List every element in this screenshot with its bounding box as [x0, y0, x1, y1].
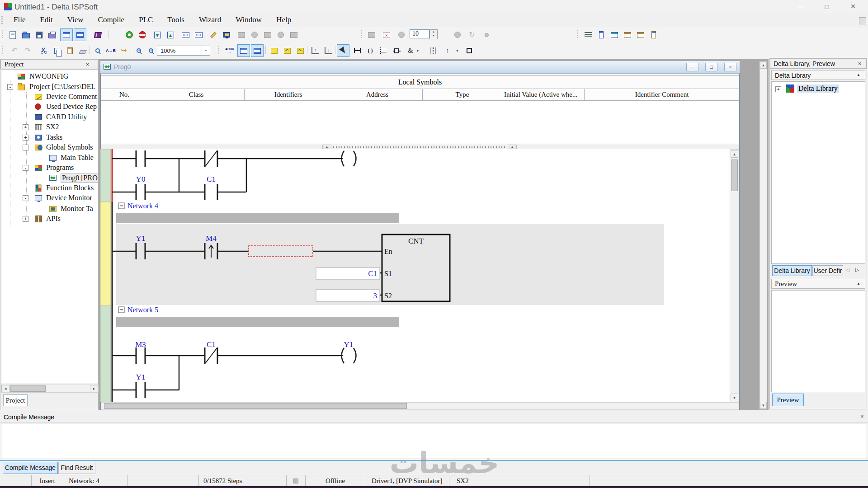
delta-library-root[interactable]: Delta Library: [797, 84, 839, 93]
ladder-scroll-up-icon[interactable]: ▲: [731, 150, 738, 158]
project-scrollbar[interactable]: ◄ ►: [1, 385, 99, 393]
scroll-up-icon[interactable]: ▲: [760, 61, 767, 69]
simulator-button[interactable]: [123, 28, 136, 41]
selection-tool-button[interactable]: [337, 44, 349, 57]
network5-comment-bar[interactable]: [116, 317, 399, 327]
tree-item-apis[interactable]: + APIs: [1, 214, 99, 224]
delta-library-section-header[interactable]: Delta Library ▲: [771, 70, 865, 80]
tree-item-monitor-table[interactable]: Monitor Ta: [1, 204, 99, 214]
network3-margin[interactable]: [100, 149, 111, 202]
scroll-right-icon[interactable]: ►: [90, 385, 98, 392]
upload-from-plc-button[interactable]: ▲: [164, 28, 177, 41]
pause-scan-button[interactable]: [395, 28, 408, 41]
cut-button[interactable]: [37, 44, 50, 57]
tree-item-sx2[interactable]: + SX2: [1, 122, 99, 132]
library-close-icon[interactable]: ×: [858, 60, 862, 67]
show-comments-toggle[interactable]: [251, 44, 264, 57]
menu-edit[interactable]: Edit: [33, 14, 59, 26]
output-tool-button[interactable]: ↑: [441, 44, 454, 57]
tree-item-function-blocks[interactable]: Function Blocks: [1, 183, 99, 193]
breakpoint-button[interactable]: [365, 28, 378, 41]
plc-info-button[interactable]: [288, 28, 300, 41]
output-dropdown[interactable]: ▾: [454, 44, 461, 57]
tab-compile-message[interactable]: Compile Message: [3, 462, 58, 474]
collapse-expander-icon[interactable]: -: [23, 145, 28, 150]
symbol-doc-button[interactable]: [595, 28, 608, 41]
tab-user-defined[interactable]: User Defir: [812, 265, 843, 276]
interline-tool-button[interactable]: [427, 44, 439, 57]
tree-item-prog0[interactable]: Prog0 [PRO: [1, 173, 99, 183]
stepper-down-icon[interactable]: ▾: [430, 34, 437, 38]
tree-item-device-comment[interactable]: Device Comment: [1, 92, 99, 102]
logic-and-dropdown[interactable]: &▾: [403, 44, 423, 57]
open-project-button[interactable]: [19, 28, 32, 41]
column-type[interactable]: Type: [423, 89, 502, 100]
tree-item-used-device[interactable]: Used Device Rep: [1, 102, 99, 112]
prog0-minimize-button[interactable]: ─: [686, 63, 698, 71]
tree-item-card-utility[interactable]: CARD Utility: [1, 113, 99, 122]
undo-button[interactable]: ↶: [8, 44, 21, 57]
delete-button[interactable]: [76, 44, 89, 57]
clear-breakpoint-button[interactable]: ×: [380, 28, 393, 41]
instruction-tool-button[interactable]: [390, 44, 403, 57]
tree-item-nwconfig[interactable]: NWCONFIG: [1, 72, 99, 82]
compile-message-area[interactable]: [1, 423, 867, 459]
s2-operand-box[interactable]: 3: [316, 290, 380, 301]
monitor-table-button[interactable]: [608, 28, 621, 41]
collapse-expander-icon[interactable]: -: [7, 84, 13, 90]
tab-scroll-left-icon[interactable]: ◁: [845, 267, 849, 273]
column-no[interactable]: No.: [101, 89, 148, 100]
redo-button[interactable]: ↷: [21, 44, 34, 57]
tab-scroll-right-icon[interactable]: ▷: [855, 267, 859, 273]
minimize-button[interactable]: ─: [790, 0, 811, 13]
insert-network-above-button[interactable]: ↑: [309, 44, 321, 57]
watch-list-button[interactable]: [582, 28, 594, 41]
find-button[interactable]: [91, 44, 104, 57]
menu-wizard[interactable]: Wizard: [193, 14, 227, 26]
project-window-toggle[interactable]: [60, 28, 73, 41]
download-to-plc-button[interactable]: ▼: [151, 28, 164, 41]
maximize-button[interactable]: □: [816, 0, 837, 13]
ladder-horizontal-scrollbar[interactable]: [101, 402, 739, 410]
contact-tool-button[interactable]: [351, 44, 363, 57]
copy-button[interactable]: [50, 44, 63, 57]
stop-simulator-button[interactable]: [136, 28, 149, 41]
column-identifiers[interactable]: Identifiers: [245, 89, 332, 100]
tree-item-device-monitor[interactable]: - Device Monitor: [1, 193, 99, 203]
collapse-expander-icon[interactable]: -: [23, 195, 28, 201]
save-button[interactable]: [33, 28, 45, 41]
scroll-down-icon[interactable]: ▼: [760, 402, 767, 409]
coil-tool-button[interactable]: ( ): [364, 44, 377, 57]
network-tool-button[interactable]: [377, 44, 390, 57]
report-button[interactable]: [647, 28, 660, 41]
show-address-toggle[interactable]: ADDR↔: [223, 44, 236, 57]
menu-compile[interactable]: Compile: [92, 14, 131, 26]
splitter-collapse-left[interactable]: ▴: [322, 145, 331, 149]
device-monitor-table-button[interactable]: 101: [192, 28, 205, 41]
online-mode-button[interactable]: [220, 28, 233, 41]
column-initial-value[interactable]: Initial Value (Active whe...: [502, 89, 585, 100]
splitter-dots[interactable]: [333, 146, 507, 148]
workspace-scrollbar[interactable]: ▲ ▼: [760, 61, 767, 409]
zoom-in-button[interactable]: [132, 44, 145, 57]
network4-header[interactable]: Network 4: [118, 202, 158, 210]
menu-tools[interactable]: Tools: [161, 14, 191, 26]
plc-password-button[interactable]: [274, 28, 287, 41]
comment-prev-button[interactable]: [281, 44, 293, 57]
prog0-title-bar[interactable]: Prog0 ─ □ ×: [100, 61, 740, 74]
menu-view[interactable]: View: [61, 14, 90, 26]
ladder-editor[interactable]: Y0 C1 Network 4 Y1 M4 CNT En S1 S2 C1: [100, 149, 730, 402]
local-symbols-empty-area[interactable]: [101, 101, 739, 144]
collapse-expander-icon[interactable]: -: [23, 165, 28, 171]
menu-plc[interactable]: PLC: [132, 14, 159, 26]
close-button[interactable]: ×: [843, 0, 863, 13]
paste-button[interactable]: [63, 44, 76, 57]
zoom-level-select[interactable]: 100%▾: [157, 46, 210, 56]
run-plc-button[interactable]: [235, 28, 248, 41]
tab-delta-library[interactable]: Delta Library: [772, 265, 812, 276]
network5-margin[interactable]: [100, 306, 111, 402]
tree-item-project[interactable]: - Project [C:\Users\DEL: [1, 82, 99, 92]
s1-operand-box[interactable]: C1: [316, 267, 380, 279]
device-table-2-button[interactable]: [634, 28, 647, 41]
reset-button[interactable]: ↻: [466, 28, 478, 41]
